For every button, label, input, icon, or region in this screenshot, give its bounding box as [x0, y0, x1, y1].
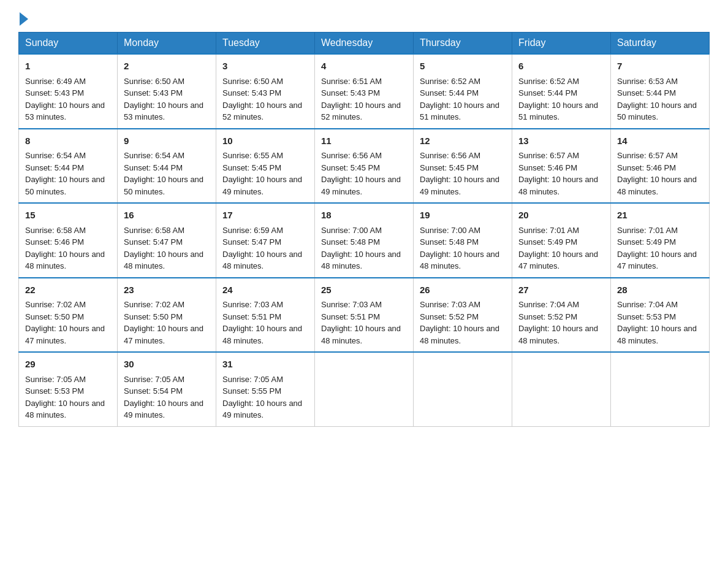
day-info: Sunrise: 6:56 AMSunset: 5:45 PMDaylight:…	[321, 151, 401, 196]
calendar-cell: 20Sunrise: 7:01 AMSunset: 5:49 PMDayligh…	[512, 203, 611, 278]
calendar-header-sunday: Sunday	[19, 33, 118, 55]
calendar-cell: 24Sunrise: 7:03 AMSunset: 5:51 PMDayligh…	[216, 278, 315, 353]
day-number: 21	[617, 209, 703, 223]
day-number: 19	[420, 209, 506, 223]
day-number: 4	[321, 59, 407, 74]
day-number: 24	[222, 283, 308, 297]
day-info: Sunrise: 6:58 AMSunset: 5:47 PMDaylight:…	[124, 226, 203, 271]
day-number: 20	[518, 209, 604, 223]
calendar-week-row: 8Sunrise: 6:54 AMSunset: 5:44 PMDaylight…	[19, 129, 710, 204]
calendar-cell: 4Sunrise: 6:51 AMSunset: 5:43 PMDaylight…	[315, 54, 414, 129]
calendar-week-row: 29Sunrise: 7:05 AMSunset: 5:53 PMDayligh…	[19, 352, 710, 426]
day-number: 28	[617, 283, 703, 297]
day-number: 22	[25, 283, 111, 297]
calendar-cell: 11Sunrise: 6:56 AMSunset: 5:45 PMDayligh…	[315, 129, 414, 204]
day-number: 23	[124, 283, 210, 297]
day-info: Sunrise: 6:52 AMSunset: 5:44 PMDaylight:…	[420, 77, 499, 122]
day-info: Sunrise: 6:54 AMSunset: 5:44 PMDaylight:…	[25, 151, 105, 196]
day-number: 29	[25, 358, 111, 372]
day-info: Sunrise: 7:05 AMSunset: 5:55 PMDaylight:…	[222, 375, 302, 420]
calendar-cell: 15Sunrise: 6:58 AMSunset: 5:46 PMDayligh…	[19, 203, 118, 278]
calendar-cell: 5Sunrise: 6:52 AMSunset: 5:44 PMDaylight…	[414, 54, 512, 129]
calendar-cell: 28Sunrise: 7:04 AMSunset: 5:53 PMDayligh…	[611, 278, 710, 353]
calendar-week-row: 15Sunrise: 6:58 AMSunset: 5:46 PMDayligh…	[19, 203, 710, 278]
day-number: 17	[222, 209, 308, 223]
calendar-header-wednesday: Wednesday	[315, 33, 414, 55]
calendar-cell	[611, 352, 710, 426]
calendar-cell: 17Sunrise: 6:59 AMSunset: 5:47 PMDayligh…	[216, 203, 315, 278]
day-number: 6	[518, 59, 604, 74]
day-info: Sunrise: 6:50 AMSunset: 5:43 PMDaylight:…	[124, 77, 203, 122]
calendar-header-thursday: Thursday	[414, 33, 512, 55]
calendar-cell	[315, 352, 414, 426]
day-info: Sunrise: 7:00 AMSunset: 5:48 PMDaylight:…	[420, 226, 499, 271]
calendar-header-monday: Monday	[118, 33, 216, 55]
logo-arrow-icon	[20, 12, 28, 26]
day-number: 11	[321, 134, 407, 148]
calendar-cell: 27Sunrise: 7:04 AMSunset: 5:52 PMDayligh…	[512, 278, 611, 353]
day-info: Sunrise: 6:55 AMSunset: 5:45 PMDaylight:…	[222, 151, 302, 196]
logo	[18, 12, 28, 26]
calendar-table: SundayMondayTuesdayWednesdayThursdayFrid…	[18, 32, 710, 427]
day-number: 25	[321, 283, 407, 297]
calendar-cell: 31Sunrise: 7:05 AMSunset: 5:55 PMDayligh…	[216, 352, 315, 426]
calendar-cell: 3Sunrise: 6:50 AMSunset: 5:43 PMDaylight…	[216, 54, 315, 129]
day-number: 10	[222, 134, 308, 148]
day-number: 5	[420, 59, 506, 74]
calendar-cell: 8Sunrise: 6:54 AMSunset: 5:44 PMDaylight…	[19, 129, 118, 204]
day-info: Sunrise: 6:52 AMSunset: 5:44 PMDaylight:…	[518, 77, 598, 122]
day-number: 12	[420, 134, 506, 148]
day-info: Sunrise: 7:05 AMSunset: 5:54 PMDaylight:…	[124, 375, 203, 420]
calendar-cell: 16Sunrise: 6:58 AMSunset: 5:47 PMDayligh…	[118, 203, 216, 278]
day-info: Sunrise: 6:59 AMSunset: 5:47 PMDaylight:…	[222, 226, 302, 271]
day-number: 3	[222, 59, 308, 74]
calendar-cell: 18Sunrise: 7:00 AMSunset: 5:48 PMDayligh…	[315, 203, 414, 278]
day-number: 30	[124, 358, 210, 372]
calendar-header-tuesday: Tuesday	[216, 33, 315, 55]
day-info: Sunrise: 6:54 AMSunset: 5:44 PMDaylight:…	[124, 151, 203, 196]
day-info: Sunrise: 7:03 AMSunset: 5:51 PMDaylight:…	[321, 300, 401, 345]
calendar-cell: 23Sunrise: 7:02 AMSunset: 5:50 PMDayligh…	[118, 278, 216, 353]
day-info: Sunrise: 6:51 AMSunset: 5:43 PMDaylight:…	[321, 77, 401, 122]
day-number: 13	[518, 134, 604, 148]
day-number: 26	[420, 283, 506, 297]
day-info: Sunrise: 7:03 AMSunset: 5:51 PMDaylight:…	[222, 300, 302, 345]
day-number: 31	[222, 358, 308, 372]
calendar-header-row: SundayMondayTuesdayWednesdayThursdayFrid…	[19, 33, 710, 55]
day-info: Sunrise: 6:50 AMSunset: 5:43 PMDaylight:…	[222, 77, 302, 122]
day-number: 14	[617, 134, 703, 148]
day-info: Sunrise: 7:01 AMSunset: 5:49 PMDaylight:…	[518, 226, 598, 271]
day-info: Sunrise: 6:49 AMSunset: 5:43 PMDaylight:…	[25, 77, 105, 122]
day-number: 15	[25, 209, 111, 223]
calendar-cell: 21Sunrise: 7:01 AMSunset: 5:49 PMDayligh…	[611, 203, 710, 278]
calendar-cell: 13Sunrise: 6:57 AMSunset: 5:46 PMDayligh…	[512, 129, 611, 204]
calendar-header-friday: Friday	[512, 33, 611, 55]
day-info: Sunrise: 6:53 AMSunset: 5:44 PMDaylight:…	[617, 77, 697, 122]
day-number: 1	[25, 59, 111, 74]
calendar-cell: 25Sunrise: 7:03 AMSunset: 5:51 PMDayligh…	[315, 278, 414, 353]
day-number: 18	[321, 209, 407, 223]
calendar-cell: 6Sunrise: 6:52 AMSunset: 5:44 PMDaylight…	[512, 54, 611, 129]
day-number: 27	[518, 283, 604, 297]
calendar-cell: 26Sunrise: 7:03 AMSunset: 5:52 PMDayligh…	[414, 278, 512, 353]
calendar-cell: 10Sunrise: 6:55 AMSunset: 5:45 PMDayligh…	[216, 129, 315, 204]
calendar-cell: 1Sunrise: 6:49 AMSunset: 5:43 PMDaylight…	[19, 54, 118, 129]
day-info: Sunrise: 7:03 AMSunset: 5:52 PMDaylight:…	[420, 300, 499, 345]
page-header	[18, 12, 710, 26]
day-info: Sunrise: 7:02 AMSunset: 5:50 PMDaylight:…	[25, 300, 105, 345]
day-info: Sunrise: 6:57 AMSunset: 5:46 PMDaylight:…	[617, 151, 697, 196]
calendar-cell	[512, 352, 611, 426]
calendar-week-row: 1Sunrise: 6:49 AMSunset: 5:43 PMDaylight…	[19, 54, 710, 129]
day-info: Sunrise: 7:05 AMSunset: 5:53 PMDaylight:…	[25, 375, 105, 420]
day-number: 16	[124, 209, 210, 223]
calendar-cell: 7Sunrise: 6:53 AMSunset: 5:44 PMDaylight…	[611, 54, 710, 129]
day-info: Sunrise: 7:00 AMSunset: 5:48 PMDaylight:…	[321, 226, 401, 271]
calendar-cell: 9Sunrise: 6:54 AMSunset: 5:44 PMDaylight…	[118, 129, 216, 204]
calendar-week-row: 22Sunrise: 7:02 AMSunset: 5:50 PMDayligh…	[19, 278, 710, 353]
day-number: 8	[25, 134, 111, 148]
day-number: 2	[124, 59, 210, 74]
calendar-cell: 14Sunrise: 6:57 AMSunset: 5:46 PMDayligh…	[611, 129, 710, 204]
day-info: Sunrise: 7:04 AMSunset: 5:52 PMDaylight:…	[518, 300, 598, 345]
calendar-cell: 29Sunrise: 7:05 AMSunset: 5:53 PMDayligh…	[19, 352, 118, 426]
day-info: Sunrise: 7:02 AMSunset: 5:50 PMDaylight:…	[124, 300, 203, 345]
